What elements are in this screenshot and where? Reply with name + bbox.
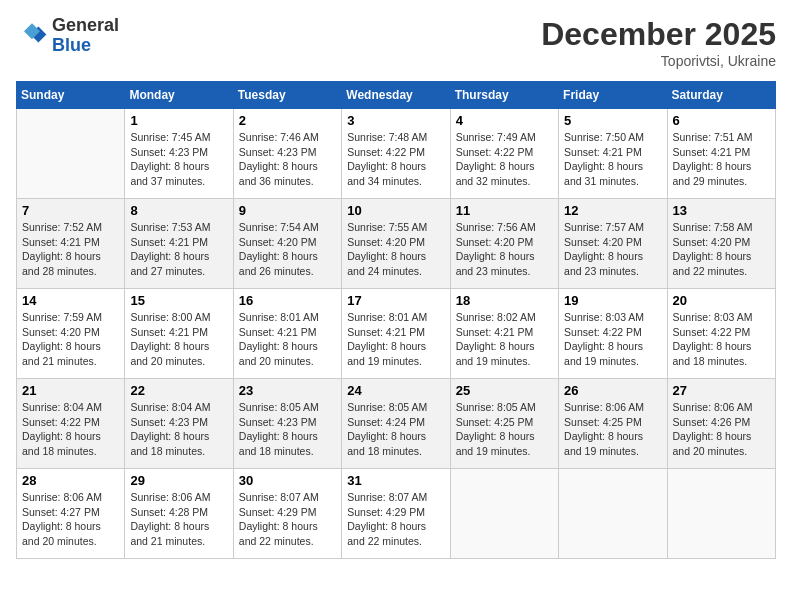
calendar-cell: 28Sunrise: 8:06 AMSunset: 4:27 PMDayligh…: [17, 469, 125, 559]
cell-daylight-info: Sunrise: 7:51 AMSunset: 4:21 PMDaylight:…: [673, 130, 770, 189]
calendar-week-row: 14Sunrise: 7:59 AMSunset: 4:20 PMDayligh…: [17, 289, 776, 379]
calendar-cell: 10Sunrise: 7:55 AMSunset: 4:20 PMDayligh…: [342, 199, 450, 289]
cell-daylight-info: Sunrise: 8:06 AMSunset: 4:25 PMDaylight:…: [564, 400, 661, 459]
cell-daylight-info: Sunrise: 8:06 AMSunset: 4:28 PMDaylight:…: [130, 490, 227, 549]
logo-general-text: General: [52, 15, 119, 35]
calendar-week-row: 7Sunrise: 7:52 AMSunset: 4:21 PMDaylight…: [17, 199, 776, 289]
day-number: 10: [347, 203, 444, 218]
cell-daylight-info: Sunrise: 7:45 AMSunset: 4:23 PMDaylight:…: [130, 130, 227, 189]
cell-daylight-info: Sunrise: 7:53 AMSunset: 4:21 PMDaylight:…: [130, 220, 227, 279]
day-number: 24: [347, 383, 444, 398]
day-number: 27: [673, 383, 770, 398]
calendar-cell: 1Sunrise: 7:45 AMSunset: 4:23 PMDaylight…: [125, 109, 233, 199]
day-number: 8: [130, 203, 227, 218]
calendar-cell: 24Sunrise: 8:05 AMSunset: 4:24 PMDayligh…: [342, 379, 450, 469]
calendar-cell: 14Sunrise: 7:59 AMSunset: 4:20 PMDayligh…: [17, 289, 125, 379]
calendar-cell: 7Sunrise: 7:52 AMSunset: 4:21 PMDaylight…: [17, 199, 125, 289]
cell-daylight-info: Sunrise: 8:05 AMSunset: 4:25 PMDaylight:…: [456, 400, 553, 459]
day-number: 18: [456, 293, 553, 308]
calendar-cell: 25Sunrise: 8:05 AMSunset: 4:25 PMDayligh…: [450, 379, 558, 469]
calendar-cell: 16Sunrise: 8:01 AMSunset: 4:21 PMDayligh…: [233, 289, 341, 379]
cell-daylight-info: Sunrise: 7:54 AMSunset: 4:20 PMDaylight:…: [239, 220, 336, 279]
day-number: 17: [347, 293, 444, 308]
calendar-weekday: Friday: [559, 82, 667, 109]
calendar-cell: 3Sunrise: 7:48 AMSunset: 4:22 PMDaylight…: [342, 109, 450, 199]
day-number: 15: [130, 293, 227, 308]
day-number: 7: [22, 203, 119, 218]
cell-daylight-info: Sunrise: 8:00 AMSunset: 4:21 PMDaylight:…: [130, 310, 227, 369]
cell-daylight-info: Sunrise: 8:01 AMSunset: 4:21 PMDaylight:…: [347, 310, 444, 369]
calendar-week-row: 21Sunrise: 8:04 AMSunset: 4:22 PMDayligh…: [17, 379, 776, 469]
cell-daylight-info: Sunrise: 7:58 AMSunset: 4:20 PMDaylight:…: [673, 220, 770, 279]
day-number: 25: [456, 383, 553, 398]
day-number: 2: [239, 113, 336, 128]
calendar-cell: 8Sunrise: 7:53 AMSunset: 4:21 PMDaylight…: [125, 199, 233, 289]
cell-daylight-info: Sunrise: 8:07 AMSunset: 4:29 PMDaylight:…: [347, 490, 444, 549]
cell-daylight-info: Sunrise: 8:02 AMSunset: 4:21 PMDaylight:…: [456, 310, 553, 369]
day-number: 19: [564, 293, 661, 308]
calendar-weekday: Wednesday: [342, 82, 450, 109]
day-number: 5: [564, 113, 661, 128]
calendar-cell: 11Sunrise: 7:56 AMSunset: 4:20 PMDayligh…: [450, 199, 558, 289]
logo-blue-text: Blue: [52, 35, 91, 55]
cell-daylight-info: Sunrise: 8:03 AMSunset: 4:22 PMDaylight:…: [564, 310, 661, 369]
day-number: 23: [239, 383, 336, 398]
calendar-weekday: Sunday: [17, 82, 125, 109]
cell-daylight-info: Sunrise: 7:57 AMSunset: 4:20 PMDaylight:…: [564, 220, 661, 279]
title-block: December 2025 Toporivtsi, Ukraine: [541, 16, 776, 69]
calendar-cell: [17, 109, 125, 199]
calendar-cell: 30Sunrise: 8:07 AMSunset: 4:29 PMDayligh…: [233, 469, 341, 559]
day-number: 9: [239, 203, 336, 218]
day-number: 11: [456, 203, 553, 218]
calendar-weekday: Saturday: [667, 82, 775, 109]
day-number: 1: [130, 113, 227, 128]
calendar-header-row: SundayMondayTuesdayWednesdayThursdayFrid…: [17, 82, 776, 109]
calendar-cell: 26Sunrise: 8:06 AMSunset: 4:25 PMDayligh…: [559, 379, 667, 469]
calendar-cell: 19Sunrise: 8:03 AMSunset: 4:22 PMDayligh…: [559, 289, 667, 379]
cell-daylight-info: Sunrise: 8:03 AMSunset: 4:22 PMDaylight:…: [673, 310, 770, 369]
calendar-cell: 18Sunrise: 8:02 AMSunset: 4:21 PMDayligh…: [450, 289, 558, 379]
cell-daylight-info: Sunrise: 7:48 AMSunset: 4:22 PMDaylight:…: [347, 130, 444, 189]
calendar-cell: 23Sunrise: 8:05 AMSunset: 4:23 PMDayligh…: [233, 379, 341, 469]
calendar-cell: 17Sunrise: 8:01 AMSunset: 4:21 PMDayligh…: [342, 289, 450, 379]
calendar-cell: 12Sunrise: 7:57 AMSunset: 4:20 PMDayligh…: [559, 199, 667, 289]
calendar-table: SundayMondayTuesdayWednesdayThursdayFrid…: [16, 81, 776, 559]
calendar-weekday: Thursday: [450, 82, 558, 109]
logo-icon: [16, 20, 48, 52]
calendar-cell: 15Sunrise: 8:00 AMSunset: 4:21 PMDayligh…: [125, 289, 233, 379]
day-number: 21: [22, 383, 119, 398]
cell-daylight-info: Sunrise: 7:55 AMSunset: 4:20 PMDaylight:…: [347, 220, 444, 279]
day-number: 22: [130, 383, 227, 398]
calendar-week-row: 1Sunrise: 7:45 AMSunset: 4:23 PMDaylight…: [17, 109, 776, 199]
calendar-cell: 2Sunrise: 7:46 AMSunset: 4:23 PMDaylight…: [233, 109, 341, 199]
cell-daylight-info: Sunrise: 8:06 AMSunset: 4:26 PMDaylight:…: [673, 400, 770, 459]
cell-daylight-info: Sunrise: 8:07 AMSunset: 4:29 PMDaylight:…: [239, 490, 336, 549]
cell-daylight-info: Sunrise: 8:05 AMSunset: 4:24 PMDaylight:…: [347, 400, 444, 459]
cell-daylight-info: Sunrise: 7:49 AMSunset: 4:22 PMDaylight:…: [456, 130, 553, 189]
day-number: 30: [239, 473, 336, 488]
calendar-body: 1Sunrise: 7:45 AMSunset: 4:23 PMDaylight…: [17, 109, 776, 559]
calendar-cell: 21Sunrise: 8:04 AMSunset: 4:22 PMDayligh…: [17, 379, 125, 469]
day-number: 26: [564, 383, 661, 398]
calendar-cell: 31Sunrise: 8:07 AMSunset: 4:29 PMDayligh…: [342, 469, 450, 559]
calendar-cell: 9Sunrise: 7:54 AMSunset: 4:20 PMDaylight…: [233, 199, 341, 289]
day-number: 3: [347, 113, 444, 128]
calendar-cell: 22Sunrise: 8:04 AMSunset: 4:23 PMDayligh…: [125, 379, 233, 469]
calendar-cell: [450, 469, 558, 559]
cell-daylight-info: Sunrise: 8:06 AMSunset: 4:27 PMDaylight:…: [22, 490, 119, 549]
cell-daylight-info: Sunrise: 7:52 AMSunset: 4:21 PMDaylight:…: [22, 220, 119, 279]
cell-daylight-info: Sunrise: 7:59 AMSunset: 4:20 PMDaylight:…: [22, 310, 119, 369]
cell-daylight-info: Sunrise: 7:50 AMSunset: 4:21 PMDaylight:…: [564, 130, 661, 189]
cell-daylight-info: Sunrise: 8:01 AMSunset: 4:21 PMDaylight:…: [239, 310, 336, 369]
day-number: 6: [673, 113, 770, 128]
calendar-cell: 20Sunrise: 8:03 AMSunset: 4:22 PMDayligh…: [667, 289, 775, 379]
cell-daylight-info: Sunrise: 8:04 AMSunset: 4:22 PMDaylight:…: [22, 400, 119, 459]
day-number: 12: [564, 203, 661, 218]
calendar-cell: 13Sunrise: 7:58 AMSunset: 4:20 PMDayligh…: [667, 199, 775, 289]
calendar-cell: 6Sunrise: 7:51 AMSunset: 4:21 PMDaylight…: [667, 109, 775, 199]
calendar-cell: 29Sunrise: 8:06 AMSunset: 4:28 PMDayligh…: [125, 469, 233, 559]
calendar-cell: 4Sunrise: 7:49 AMSunset: 4:22 PMDaylight…: [450, 109, 558, 199]
calendar-weekday: Tuesday: [233, 82, 341, 109]
calendar-cell: 27Sunrise: 8:06 AMSunset: 4:26 PMDayligh…: [667, 379, 775, 469]
day-number: 29: [130, 473, 227, 488]
